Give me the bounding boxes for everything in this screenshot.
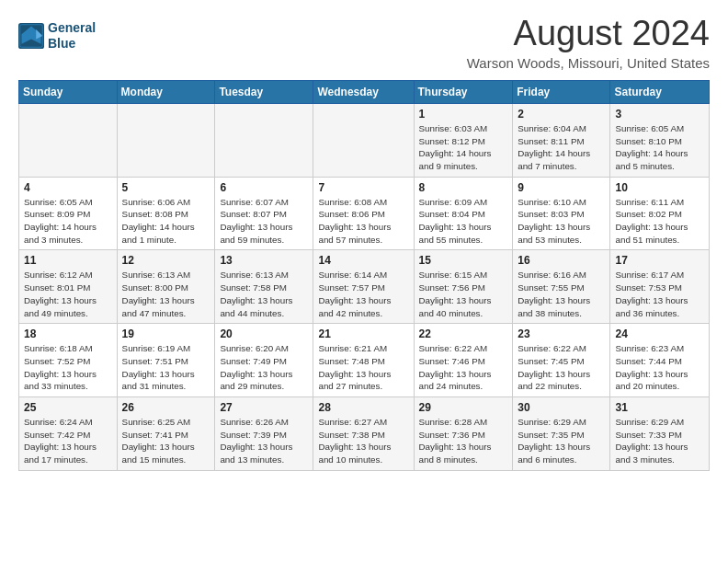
header-cell-wednesday: Wednesday xyxy=(313,80,414,103)
calendar-cell: 18Sunrise: 6:18 AM Sunset: 7:52 PM Dayli… xyxy=(19,324,118,397)
day-number: 26 xyxy=(122,401,210,414)
calendar-cell: 26Sunrise: 6:25 AM Sunset: 7:41 PM Dayli… xyxy=(117,397,215,471)
logo-icon xyxy=(18,23,44,49)
day-number: 19 xyxy=(122,327,210,340)
day-number: 30 xyxy=(518,401,605,414)
day-info: Sunrise: 6:03 AM Sunset: 8:12 PM Dayligh… xyxy=(419,122,508,173)
day-info: Sunrise: 6:28 AM Sunset: 7:36 PM Dayligh… xyxy=(419,416,508,466)
calendar-cell xyxy=(19,103,118,177)
day-info: Sunrise: 6:22 AM Sunset: 7:46 PM Dayligh… xyxy=(419,342,508,393)
day-number: 21 xyxy=(318,327,408,340)
week-row-1: 1Sunrise: 6:03 AM Sunset: 8:12 PM Daylig… xyxy=(19,103,710,177)
calendar-cell: 31Sunrise: 6:29 AM Sunset: 7:33 PM Dayli… xyxy=(610,397,710,471)
day-info: Sunrise: 6:27 AM Sunset: 7:38 PM Dayligh… xyxy=(318,416,408,466)
page-header: General Blue August 2024 Warson Woods, M… xyxy=(18,15,710,71)
day-number: 14 xyxy=(318,254,408,267)
day-number: 2 xyxy=(518,108,605,121)
day-info: Sunrise: 6:09 AM Sunset: 8:04 PM Dayligh… xyxy=(419,196,508,247)
day-number: 18 xyxy=(24,327,112,340)
day-info: Sunrise: 6:22 AM Sunset: 7:45 PM Dayligh… xyxy=(518,342,605,393)
calendar-cell: 12Sunrise: 6:13 AM Sunset: 8:00 PM Dayli… xyxy=(117,250,215,324)
day-number: 9 xyxy=(518,181,605,194)
day-info: Sunrise: 6:13 AM Sunset: 7:58 PM Dayligh… xyxy=(220,269,308,319)
header-cell-thursday: Thursday xyxy=(414,80,513,103)
calendar-cell: 11Sunrise: 6:12 AM Sunset: 8:01 PM Dayli… xyxy=(19,250,118,324)
day-number: 23 xyxy=(518,327,605,340)
week-row-5: 25Sunrise: 6:24 AM Sunset: 7:42 PM Dayli… xyxy=(19,397,710,471)
day-number: 31 xyxy=(615,401,704,414)
calendar-cell: 1Sunrise: 6:03 AM Sunset: 8:12 PM Daylig… xyxy=(414,103,513,177)
day-info: Sunrise: 6:21 AM Sunset: 7:48 PM Dayligh… xyxy=(318,342,408,393)
day-number: 13 xyxy=(220,254,308,267)
calendar-body: 1Sunrise: 6:03 AM Sunset: 8:12 PM Daylig… xyxy=(19,103,710,470)
calendar-cell: 19Sunrise: 6:19 AM Sunset: 7:51 PM Dayli… xyxy=(117,324,215,397)
calendar-cell: 25Sunrise: 6:24 AM Sunset: 7:42 PM Dayli… xyxy=(19,397,118,471)
day-number: 12 xyxy=(122,254,210,267)
calendar-cell: 13Sunrise: 6:13 AM Sunset: 7:58 PM Dayli… xyxy=(215,250,313,324)
calendar-cell: 21Sunrise: 6:21 AM Sunset: 7:48 PM Dayli… xyxy=(313,324,414,397)
calendar-subtitle: Warson Woods, Missouri, United States xyxy=(467,55,710,71)
day-number: 7 xyxy=(318,181,408,194)
day-info: Sunrise: 6:12 AM Sunset: 8:01 PM Dayligh… xyxy=(24,269,112,319)
day-info: Sunrise: 6:29 AM Sunset: 7:35 PM Dayligh… xyxy=(518,416,605,466)
calendar-cell: 17Sunrise: 6:17 AM Sunset: 7:53 PM Dayli… xyxy=(610,250,710,324)
day-number: 16 xyxy=(518,254,605,267)
calendar-cell: 27Sunrise: 6:26 AM Sunset: 7:39 PM Dayli… xyxy=(215,397,313,471)
calendar-cell: 6Sunrise: 6:07 AM Sunset: 8:07 PM Daylig… xyxy=(215,177,313,250)
day-info: Sunrise: 6:10 AM Sunset: 8:03 PM Dayligh… xyxy=(518,196,605,247)
day-info: Sunrise: 6:07 AM Sunset: 8:07 PM Dayligh… xyxy=(220,196,308,247)
day-info: Sunrise: 6:20 AM Sunset: 7:49 PM Dayligh… xyxy=(220,342,308,393)
header-row: SundayMondayTuesdayWednesdayThursdayFrid… xyxy=(19,80,710,103)
logo: General Blue xyxy=(18,20,96,52)
calendar-cell: 8Sunrise: 6:09 AM Sunset: 8:04 PM Daylig… xyxy=(414,177,513,250)
day-info: Sunrise: 6:24 AM Sunset: 7:42 PM Dayligh… xyxy=(24,416,112,466)
day-info: Sunrise: 6:23 AM Sunset: 7:44 PM Dayligh… xyxy=(615,342,704,393)
day-info: Sunrise: 6:11 AM Sunset: 8:02 PM Dayligh… xyxy=(615,196,704,247)
header-cell-monday: Monday xyxy=(117,80,215,103)
day-number: 8 xyxy=(419,181,508,194)
header-cell-tuesday: Tuesday xyxy=(215,80,313,103)
day-info: Sunrise: 6:05 AM Sunset: 8:10 PM Dayligh… xyxy=(615,122,704,173)
calendar-cell xyxy=(215,103,313,177)
day-number: 1 xyxy=(419,108,508,121)
calendar-cell: 2Sunrise: 6:04 AM Sunset: 8:11 PM Daylig… xyxy=(513,103,610,177)
day-info: Sunrise: 6:14 AM Sunset: 7:57 PM Dayligh… xyxy=(318,269,408,319)
day-number: 24 xyxy=(615,327,704,340)
week-row-4: 18Sunrise: 6:18 AM Sunset: 7:52 PM Dayli… xyxy=(19,324,710,397)
day-number: 22 xyxy=(419,327,508,340)
title-block: August 2024 Warson Woods, Missouri, Unit… xyxy=(467,15,710,71)
day-info: Sunrise: 6:18 AM Sunset: 7:52 PM Dayligh… xyxy=(24,342,112,393)
calendar-cell xyxy=(313,103,414,177)
day-info: Sunrise: 6:19 AM Sunset: 7:51 PM Dayligh… xyxy=(122,342,210,393)
header-cell-sunday: Sunday xyxy=(19,80,118,103)
day-number: 20 xyxy=(220,327,308,340)
calendar-cell: 4Sunrise: 6:05 AM Sunset: 8:09 PM Daylig… xyxy=(19,177,118,250)
day-info: Sunrise: 6:26 AM Sunset: 7:39 PM Dayligh… xyxy=(220,416,308,466)
calendar-cell xyxy=(117,103,215,177)
logo-text: General Blue xyxy=(48,20,96,52)
calendar-cell: 5Sunrise: 6:06 AM Sunset: 8:08 PM Daylig… xyxy=(117,177,215,250)
day-number: 5 xyxy=(122,181,210,194)
day-info: Sunrise: 6:25 AM Sunset: 7:41 PM Dayligh… xyxy=(122,416,210,466)
calendar-cell: 23Sunrise: 6:22 AM Sunset: 7:45 PM Dayli… xyxy=(513,324,610,397)
day-number: 15 xyxy=(419,254,508,267)
day-number: 11 xyxy=(24,254,112,267)
day-info: Sunrise: 6:05 AM Sunset: 8:09 PM Dayligh… xyxy=(24,196,112,247)
day-info: Sunrise: 6:17 AM Sunset: 7:53 PM Dayligh… xyxy=(615,269,704,319)
day-number: 27 xyxy=(220,401,308,414)
calendar-header: SundayMondayTuesdayWednesdayThursdayFrid… xyxy=(19,80,710,103)
calendar-cell: 30Sunrise: 6:29 AM Sunset: 7:35 PM Dayli… xyxy=(513,397,610,471)
day-number: 28 xyxy=(318,401,408,414)
week-row-2: 4Sunrise: 6:05 AM Sunset: 8:09 PM Daylig… xyxy=(19,177,710,250)
day-info: Sunrise: 6:04 AM Sunset: 8:11 PM Dayligh… xyxy=(518,122,605,173)
day-number: 17 xyxy=(615,254,704,267)
calendar-cell: 16Sunrise: 6:16 AM Sunset: 7:55 PM Dayli… xyxy=(513,250,610,324)
day-number: 10 xyxy=(615,181,704,194)
calendar-cell: 10Sunrise: 6:11 AM Sunset: 8:02 PM Dayli… xyxy=(610,177,710,250)
day-number: 6 xyxy=(220,181,308,194)
day-info: Sunrise: 6:06 AM Sunset: 8:08 PM Dayligh… xyxy=(122,196,210,247)
week-row-3: 11Sunrise: 6:12 AM Sunset: 8:01 PM Dayli… xyxy=(19,250,710,324)
calendar-cell: 24Sunrise: 6:23 AM Sunset: 7:44 PM Dayli… xyxy=(610,324,710,397)
calendar-title: August 2024 xyxy=(467,15,710,53)
calendar-cell: 29Sunrise: 6:28 AM Sunset: 7:36 PM Dayli… xyxy=(414,397,513,471)
